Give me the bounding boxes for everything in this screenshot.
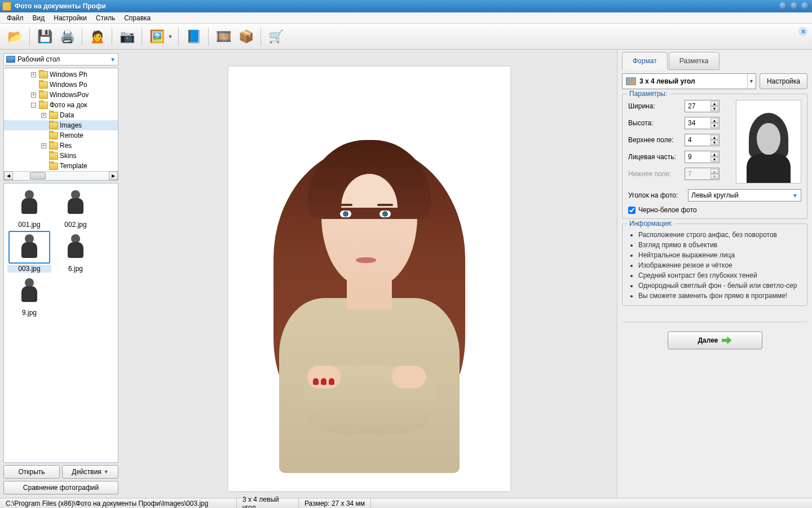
face-detect-button[interactable]: 🙍 xyxy=(87,27,107,47)
folder-icon xyxy=(49,132,58,139)
open-folder-button[interactable]: 📂 xyxy=(5,27,25,47)
spinner-up-icon[interactable]: ▲ xyxy=(710,152,718,157)
status-size: Размер: 27 x 34 мм xyxy=(299,498,371,508)
scroll-right-icon[interactable]: ▶ xyxy=(109,172,118,180)
menu-help[interactable]: Справка xyxy=(120,13,155,23)
thumbnail-label: 9.jpg xyxy=(7,309,51,317)
help-button[interactable]: 📘 xyxy=(183,27,204,47)
thumbnail-image xyxy=(55,187,96,220)
scroll-thumb[interactable] xyxy=(30,172,46,179)
tree-item[interactable]: Template xyxy=(4,161,118,171)
toolbar-sep xyxy=(142,28,142,46)
corner-row: Уголок на фото: Левый круглый ▼ xyxy=(628,189,801,202)
tree-expand-icon[interactable]: - xyxy=(31,103,36,108)
compare-button[interactable]: Сравнение фотографий xyxy=(3,481,118,494)
status-format: 3 x 4 левый угол xyxy=(237,498,299,508)
face-spinner[interactable]: 9▲▼ xyxy=(685,151,720,163)
height-spinner[interactable]: 34▲▼ xyxy=(685,117,720,129)
thumbnail[interactable]: 9.jpg xyxy=(7,275,51,317)
minimize-button[interactable] xyxy=(779,2,787,10)
scroll-track[interactable] xyxy=(13,172,109,180)
face-value: 9 xyxy=(688,153,692,161)
actions-button[interactable]: Действия ▼ xyxy=(62,465,118,479)
tree-item[interactable]: Windows Po xyxy=(4,80,118,90)
tree-expand-icon[interactable]: + xyxy=(41,113,46,118)
toolbar-close-icon[interactable]: ✕ xyxy=(798,27,807,36)
video-button[interactable]: 🎞️ xyxy=(213,27,233,47)
toolbar-sep xyxy=(261,28,261,46)
window-title: Фото на документы Профи xyxy=(15,2,779,10)
width-label: Ширина: xyxy=(628,102,685,110)
print-button[interactable]: 🖨️ xyxy=(57,27,77,47)
face-label: Лицевая часть: xyxy=(628,153,685,161)
bottom-label: Нижнее поле: xyxy=(628,170,685,178)
thumbnail[interactable]: 001.jpg xyxy=(7,187,51,229)
save-button[interactable]: 💾 xyxy=(34,27,55,47)
top-spinner[interactable]: 4▲▼ xyxy=(685,134,720,146)
folder-icon xyxy=(39,71,48,78)
tree-expand-icon[interactable]: + xyxy=(31,72,36,77)
menu-style[interactable]: Стиль xyxy=(91,13,120,23)
menubar: Файл Вид Настройки Стиль Справка xyxy=(0,12,812,24)
tree-item[interactable]: +WindowsPov xyxy=(4,90,118,100)
toolbar-sep xyxy=(112,28,112,46)
thumbnail-image xyxy=(55,231,96,264)
close-button[interactable] xyxy=(801,2,809,10)
scroll-left-icon[interactable]: ◀ xyxy=(4,172,13,180)
corner-select[interactable]: Левый круглый ▼ xyxy=(688,189,801,202)
folder-tree[interactable]: +Windows PhWindows Po+WindowsPov-Фото на… xyxy=(3,68,118,181)
maximize-button[interactable] xyxy=(791,2,798,10)
next-row: Далее xyxy=(622,322,807,349)
thumbnail[interactable]: 003.jpg xyxy=(7,231,51,273)
menu-file[interactable]: Файл xyxy=(2,13,28,23)
tree-expand-icon[interactable]: + xyxy=(41,143,46,148)
cart-button[interactable]: 🛒 xyxy=(266,27,286,47)
bw-row: Черно-белое фото xyxy=(628,206,801,214)
spinner-down-icon[interactable]: ▼ xyxy=(710,140,718,145)
spinner-up-icon[interactable]: ▲ xyxy=(710,135,718,140)
open-button[interactable]: Открыть xyxy=(3,465,60,479)
thumbnail[interactable]: 002.jpg xyxy=(54,187,98,229)
tree-item[interactable]: +Data xyxy=(4,110,118,120)
format-settings-button[interactable]: Настройка xyxy=(760,73,807,89)
params-fields: Ширина: 27▲▼ Высота: 34▲▼ Верхнее поле: … xyxy=(628,100,730,183)
canvas-area xyxy=(122,50,617,498)
spinner-up-icon[interactable]: ▲ xyxy=(710,118,718,123)
spinner-down-icon[interactable]: ▼ xyxy=(710,106,718,111)
image-settings-button[interactable]: 🖼️ xyxy=(147,27,167,47)
top-value: 4 xyxy=(688,136,692,144)
tree-item[interactable]: Skins xyxy=(4,151,118,161)
bw-checkbox[interactable] xyxy=(628,207,636,214)
tab-markup[interactable]: Разметка xyxy=(669,52,720,70)
image-settings-dropdown[interactable]: ▼ xyxy=(167,34,174,40)
updates-button[interactable]: 📦 xyxy=(236,27,256,47)
info-item: Изображение резкое и чёткое xyxy=(638,260,801,270)
folder-icon xyxy=(49,152,58,160)
camera-button[interactable]: 📷 xyxy=(117,27,137,47)
location-selector[interactable]: Рабочий стол ▼ xyxy=(3,53,118,65)
spinner-up-icon[interactable]: ▲ xyxy=(710,101,718,106)
chevron-down-icon: ▼ xyxy=(792,192,798,199)
next-button[interactable]: Далее xyxy=(668,331,762,349)
tree-expand-icon[interactable]: + xyxy=(31,93,36,98)
info-item: Взгляд прямо в объектив xyxy=(638,240,801,250)
tab-format[interactable]: Формат xyxy=(622,52,668,70)
spinner-down-icon[interactable]: ▼ xyxy=(710,123,718,128)
tree-item[interactable]: Images xyxy=(4,120,118,130)
menu-settings[interactable]: Настройки xyxy=(49,13,91,23)
spinner-down-icon[interactable]: ▼ xyxy=(710,157,718,162)
tree-item[interactable]: -Фото на док xyxy=(4,100,118,110)
thumbnail-label: 002.jpg xyxy=(54,221,98,229)
tree-item[interactable]: +Windows Ph xyxy=(4,69,118,80)
tree-item[interactable]: Remote xyxy=(4,130,118,141)
tree-scrollbar[interactable]: ◀ ▶ xyxy=(4,171,118,180)
statusbar: C:\Program Files (x86)\Фото на документы… xyxy=(0,498,812,508)
menu-view[interactable]: Вид xyxy=(28,13,50,23)
tree-item[interactable]: +Res xyxy=(4,141,118,151)
width-spinner[interactable]: 27▲▼ xyxy=(685,100,720,112)
info-item: Вы сможете заменить фон прямо в программ… xyxy=(638,291,801,301)
format-select[interactable]: 3 x 4 левый угол ▼ xyxy=(622,73,756,89)
tree-item-label: Windows Po xyxy=(50,81,87,89)
folder-icon xyxy=(39,81,48,89)
thumbnail[interactable]: 6.jpg xyxy=(54,231,98,273)
